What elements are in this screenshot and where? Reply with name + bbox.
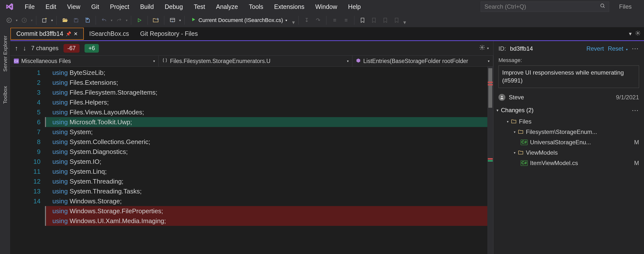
debug-target-dropdown[interactable]: Current Document (ISearchBox.cs) ▾ [188, 17, 290, 24]
menu-edit[interactable]: Edit [40, 3, 62, 10]
new-item-button[interactable] [40, 16, 49, 25]
save-button[interactable] [72, 16, 81, 25]
browser-link-button[interactable] [168, 16, 177, 25]
open-file-button[interactable] [60, 16, 70, 25]
menu-test[interactable]: Test [188, 3, 210, 10]
code-line[interactable]: using Windows.UI.Xaml.Media.Imaging; [45, 216, 487, 226]
menu-build[interactable]: Build [135, 3, 160, 10]
project-dropdown[interactable]: C# Miscellaneous Files ▾ [10, 56, 159, 66]
bookmark-next-button[interactable] [380, 16, 390, 25]
close-icon[interactable]: ✕ [74, 31, 78, 37]
step-into-button[interactable]: ↧ [302, 16, 311, 25]
line-number: 8 [10, 137, 40, 147]
menu-window[interactable]: Window [310, 3, 343, 10]
start-debug-button[interactable] [135, 16, 144, 25]
menu-project[interactable]: Project [104, 3, 135, 10]
overflow-icon[interactable]: ▾ [292, 19, 295, 26]
step-over-button[interactable]: ↷ [313, 16, 323, 25]
bookmark-prev-button[interactable] [369, 16, 378, 25]
overflow-icon[interactable]: ▾ [403, 19, 406, 26]
tab-isearchbox[interactable]: ISearchBox.cs [84, 27, 135, 40]
changes-more-button[interactable]: ⋯ [632, 106, 639, 114]
toolbox-tab[interactable]: Toolbox [1, 82, 9, 107]
separator [164, 16, 164, 25]
code-line[interactable]: using Windows.Storage; [45, 196, 487, 206]
menu-view[interactable]: View [62, 3, 86, 10]
pin-icon[interactable]: 📌 [66, 31, 71, 36]
commit-message[interactable]: Improve UI responsiveness while enumerat… [498, 66, 639, 88]
code-text: Files.Views.LayoutModes; [68, 108, 144, 116]
search-input[interactable] [484, 3, 606, 10]
tree-folder[interactable]: ▾Files [500, 116, 639, 127]
code-line[interactable]: using System.Diagnostics; [45, 147, 487, 157]
nav-back-button[interactable] [4, 16, 14, 25]
code-editor[interactable]: 1234567891011121314 using ByteSizeLib;us… [10, 67, 493, 254]
vertical-scrollbar[interactable] [487, 67, 493, 254]
nav-forward-button[interactable] [20, 16, 29, 25]
code-line[interactable]: using ByteSizeLib; [45, 68, 487, 78]
code-line[interactable]: using Files.Filesystem.StorageItems; [45, 88, 487, 97]
dropdown-icon[interactable]: ▾ [31, 18, 32, 22]
keyword: using [52, 188, 68, 195]
changes-header[interactable]: ▾ Changes (2) ⋯ [494, 103, 644, 116]
code-line[interactable]: using Files.Helpers; [45, 97, 487, 107]
tree-folder[interactable]: ▾ViewModels [500, 148, 639, 158]
tree-file[interactable]: C#ItemViewModel.csM [500, 158, 639, 168]
member-dropdown[interactable]: ListEntries(BaseStorageFolder rootFolder… [352, 56, 493, 66]
scrollbar-thumb[interactable] [488, 68, 492, 108]
code-line[interactable]: using System.Threading.Tasks; [45, 186, 487, 196]
avatar [498, 94, 505, 101]
redo-button[interactable] [114, 16, 124, 25]
lines-removed-badge: -67 [64, 44, 80, 53]
outdent-button[interactable]: ≡ [330, 16, 339, 25]
revert-button[interactable]: Revert [586, 45, 604, 52]
dropdown-icon[interactable]: ▾ [487, 46, 489, 50]
menu-debug[interactable]: Debug [160, 3, 188, 10]
server-explorer-tab[interactable]: Server Explorer [1, 32, 9, 75]
menu-file[interactable]: File [19, 3, 40, 10]
tab-commit[interactable]: Commit bd3ffb14 📌 ✕ [10, 28, 84, 40]
dropdown-icon[interactable]: ▾ [111, 18, 112, 22]
open-folder-browse-button[interactable] [151, 16, 161, 25]
save-all-button[interactable] [83, 16, 92, 25]
code-line[interactable]: using System.IO; [45, 157, 487, 166]
tree-file[interactable]: C#UniversalStorageEnu...M [500, 137, 639, 148]
svg-line-1 [604, 7, 605, 8]
tab-git-repo[interactable]: Git Repository - Files [135, 27, 204, 40]
namespace-dropdown[interactable]: Files.Filesystem.StorageEnumerators.U ▾ [159, 56, 352, 66]
dropdown-icon[interactable]: ▾ [51, 18, 53, 22]
code-line[interactable]: using System.Linq; [45, 166, 487, 176]
code-line[interactable]: using System.Threading; [45, 176, 487, 186]
code-line[interactable]: using Windows.Storage.FileProperties; [45, 206, 487, 216]
menu-analyze[interactable]: Analyze [210, 3, 244, 10]
tree-folder[interactable]: ▾Filesystem\StorageEnum... [500, 127, 639, 137]
reset-button[interactable]: Reset ▾ [608, 45, 628, 52]
next-change-button[interactable]: ↓ [23, 44, 26, 52]
menu-git[interactable]: Git [86, 3, 104, 10]
more-actions-button[interactable]: ⋯ [632, 44, 639, 53]
diff-settings-gear-icon[interactable] [479, 44, 485, 52]
code-line[interactable]: using System; [45, 127, 487, 137]
code-line[interactable]: using Files.Extensions; [45, 78, 487, 88]
bookmark-button[interactable] [358, 16, 367, 25]
code-line[interactable]: using System.Collections.Generic; [45, 137, 487, 147]
code-line[interactable]: using Files.Views.LayoutModes; [45, 107, 487, 117]
menu-extensions[interactable]: Extensions [268, 3, 310, 10]
code-text: Files.Extensions; [68, 79, 118, 86]
menu-tools[interactable]: Tools [244, 3, 268, 10]
code-content[interactable]: using ByteSizeLib;using Files.Extensions… [45, 67, 487, 254]
indent-button[interactable]: ≡ [341, 16, 351, 25]
dropdown-icon[interactable]: ▾ [16, 18, 18, 22]
settings-gear-icon[interactable] [635, 30, 640, 37]
dropdown-icon[interactable]: ▾ [179, 18, 181, 22]
undo-button[interactable] [99, 16, 109, 25]
search-box[interactable] [481, 2, 609, 12]
code-text: System.Linq; [68, 168, 107, 175]
project-name: Miscellaneous Files [21, 58, 151, 64]
active-files-dropdown-icon[interactable]: ▾ [629, 31, 632, 37]
code-line[interactable]: using Microsoft.Toolkit.Uwp; [45, 117, 487, 127]
dropdown-icon[interactable]: ▾ [126, 18, 128, 22]
bookmark-clear-button[interactable] [392, 16, 401, 25]
prev-change-button[interactable]: ↑ [15, 44, 18, 52]
menu-help[interactable]: Help [343, 3, 366, 10]
